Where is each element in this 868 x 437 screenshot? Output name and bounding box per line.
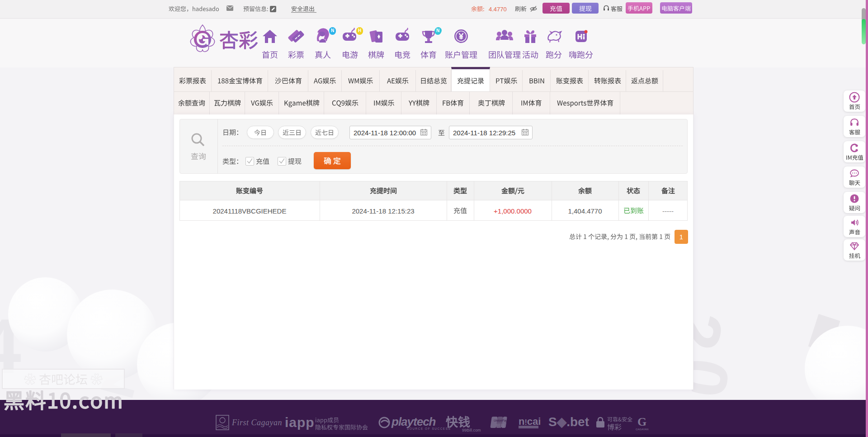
svg-text:UnionPay: UnionPay — [494, 419, 508, 423]
